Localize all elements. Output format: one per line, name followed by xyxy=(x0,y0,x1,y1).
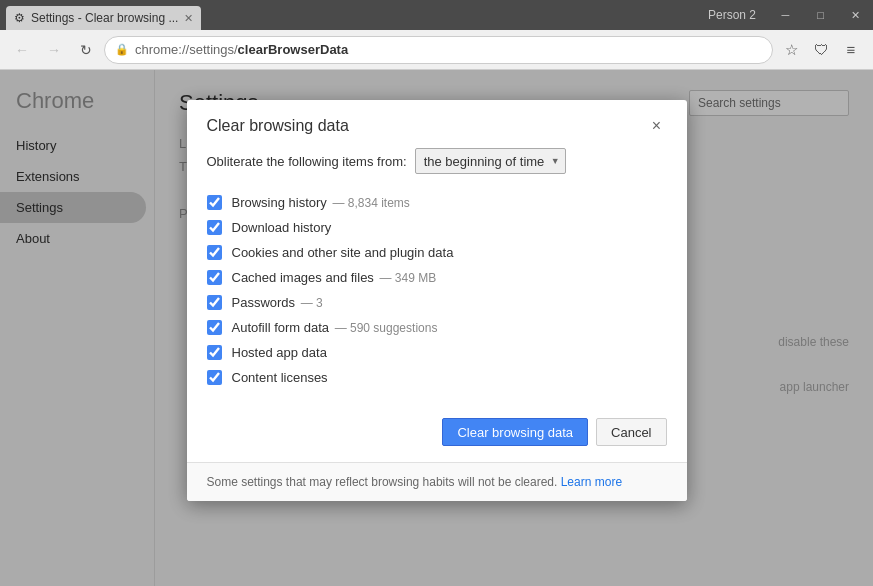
checkbox-cookies-label: Cookies and other site and plugin data xyxy=(232,245,454,260)
clear-browsing-data-button[interactable]: Clear browsing data xyxy=(442,418,588,446)
checkbox-cache-label: Cached images and files — 349 MB xyxy=(232,270,437,285)
autofill-detail: — 590 suggestions xyxy=(335,321,438,335)
dialog-footer: Clear browsing data Cancel xyxy=(187,406,687,462)
dialog-body: Obliterate the following items from: the… xyxy=(187,148,687,406)
tab-close-button[interactable]: ✕ xyxy=(184,12,193,25)
checkbox-download-history-label: Download history xyxy=(232,220,332,235)
tab-area: ⚙ Settings - Clear browsing ... ✕ xyxy=(6,0,201,30)
dialog-close-button[interactable]: × xyxy=(647,116,667,136)
tab-title: Settings - Clear browsing ... xyxy=(31,11,178,25)
browsing-history-detail: — 8,834 items xyxy=(332,196,409,210)
time-select[interactable]: the past hour the past day the past week… xyxy=(415,148,566,174)
address-text: chrome://settings/clearBrowserData xyxy=(135,42,762,57)
cache-detail: — 349 MB xyxy=(379,271,436,285)
learn-more-link[interactable]: Learn more xyxy=(561,475,622,489)
time-label: Obliterate the following items from: xyxy=(207,154,407,169)
address-bar[interactable]: 🔒 chrome://settings/clearBrowserData xyxy=(104,36,773,64)
menu-button[interactable]: ≡ xyxy=(837,36,865,64)
dialog-note: Some settings that may reflect browsing … xyxy=(187,462,687,501)
person-label: Person 2 xyxy=(696,0,768,30)
url-path: clearBrowserData xyxy=(238,42,349,57)
checkbox-cookies: Cookies and other site and plugin data xyxy=(207,240,667,265)
checkbox-hosted-app-input[interactable] xyxy=(207,345,222,360)
checkbox-autofill: Autofill form data — 590 suggestions xyxy=(207,315,667,340)
time-row: Obliterate the following items from: the… xyxy=(207,148,667,174)
clear-browsing-dialog: Clear browsing data × Obliterate the fol… xyxy=(187,100,687,501)
window-controls: ─ □ ✕ xyxy=(768,0,873,30)
tab-settings-icon: ⚙ xyxy=(14,11,25,25)
checkbox-download-history-input[interactable] xyxy=(207,220,222,235)
active-tab[interactable]: ⚙ Settings - Clear browsing ... ✕ xyxy=(6,6,201,30)
checkbox-passwords-input[interactable] xyxy=(207,295,222,310)
checkbox-cache: Cached images and files — 349 MB xyxy=(207,265,667,290)
checkbox-passwords-label: Passwords — 3 xyxy=(232,295,323,310)
passwords-detail: — 3 xyxy=(301,296,323,310)
dialog-note-text: Some settings that may reflect browsing … xyxy=(207,475,558,489)
checkbox-hosted-app: Hosted app data xyxy=(207,340,667,365)
cancel-button[interactable]: Cancel xyxy=(596,418,666,446)
address-lock-icon: 🔒 xyxy=(115,43,129,56)
checkbox-download-history: Download history xyxy=(207,215,667,240)
dialog-title: Clear browsing data xyxy=(207,117,349,135)
navbar: ← → ↻ 🔒 chrome://settings/clearBrowserDa… xyxy=(0,30,873,70)
modal-overlay: Clear browsing data × Obliterate the fol… xyxy=(0,70,873,586)
url-prefix: chrome://settings/ xyxy=(135,42,238,57)
checkbox-passwords: Passwords — 3 xyxy=(207,290,667,315)
back-button[interactable]: ← xyxy=(8,36,36,64)
checkbox-content-licenses-label: Content licenses xyxy=(232,370,328,385)
checkbox-autofill-label: Autofill form data — 590 suggestions xyxy=(232,320,438,335)
checkbox-browsing-history-label: Browsing history — 8,834 items xyxy=(232,195,410,210)
checkbox-browsing-history-input[interactable] xyxy=(207,195,222,210)
checkbox-content-licenses-input[interactable] xyxy=(207,370,222,385)
refresh-button[interactable]: ↻ xyxy=(72,36,100,64)
checkbox-browsing-history: Browsing history — 8,834 items xyxy=(207,190,667,215)
titlebar: ⚙ Settings - Clear browsing ... ✕ Person… xyxy=(0,0,873,30)
nav-actions: ☆ 🛡 ≡ xyxy=(777,36,865,64)
dialog-header: Clear browsing data × xyxy=(187,100,687,148)
shield-button[interactable]: 🛡 xyxy=(807,36,835,64)
bookmark-button[interactable]: ☆ xyxy=(777,36,805,64)
close-window-button[interactable]: ✕ xyxy=(838,0,873,30)
maximize-button[interactable]: □ xyxy=(803,0,838,30)
checkbox-hosted-app-label: Hosted app data xyxy=(232,345,327,360)
forward-button[interactable]: → xyxy=(40,36,68,64)
checkbox-cookies-input[interactable] xyxy=(207,245,222,260)
checkbox-cache-input[interactable] xyxy=(207,270,222,285)
minimize-button[interactable]: ─ xyxy=(768,0,803,30)
checkbox-autofill-input[interactable] xyxy=(207,320,222,335)
time-select-wrapper: the past hour the past day the past week… xyxy=(415,148,566,174)
checkbox-content-licenses: Content licenses xyxy=(207,365,667,390)
